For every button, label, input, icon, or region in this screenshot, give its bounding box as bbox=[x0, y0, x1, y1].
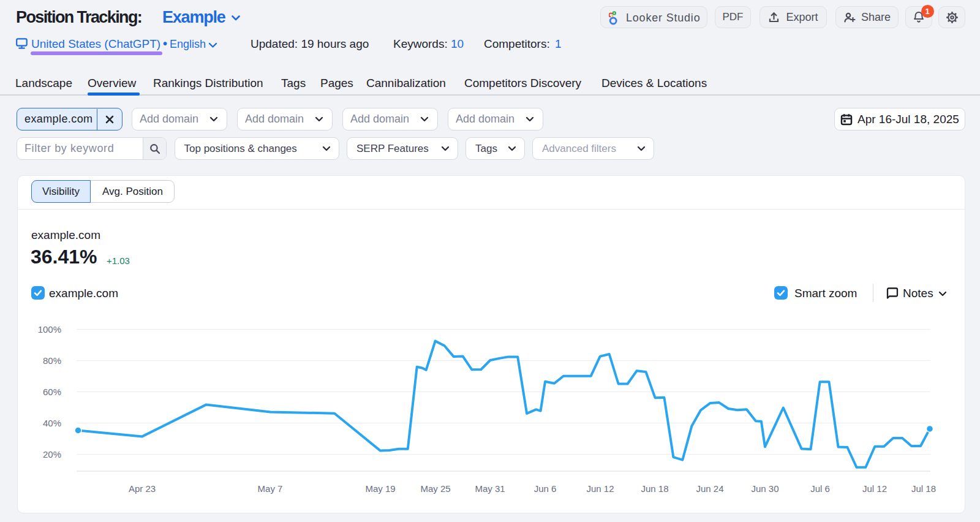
svg-text:May 25: May 25 bbox=[420, 483, 450, 494]
svg-text:Jun 12: Jun 12 bbox=[586, 483, 614, 494]
svg-text:Jun 6: Jun 6 bbox=[534, 483, 557, 494]
svg-text:Jun 24: Jun 24 bbox=[696, 483, 723, 494]
svg-text:Jul 18: Jul 18 bbox=[911, 483, 936, 494]
svg-text:May 19: May 19 bbox=[365, 483, 395, 494]
svg-text:May 31: May 31 bbox=[475, 483, 505, 494]
svg-text:Apr 23: Apr 23 bbox=[129, 483, 156, 494]
svg-text:Jul 6: Jul 6 bbox=[810, 483, 830, 494]
svg-text:80%: 80% bbox=[43, 355, 61, 366]
svg-text:Jun 30: Jun 30 bbox=[751, 483, 778, 494]
svg-text:40%: 40% bbox=[43, 418, 61, 428]
svg-text:Jun 18: Jun 18 bbox=[641, 483, 668, 494]
svg-text:100%: 100% bbox=[38, 324, 61, 335]
svg-text:Jul 12: Jul 12 bbox=[862, 483, 887, 494]
svg-text:May 7: May 7 bbox=[258, 483, 283, 494]
svg-text:60%: 60% bbox=[43, 387, 61, 397]
svg-text:20%: 20% bbox=[43, 449, 61, 460]
